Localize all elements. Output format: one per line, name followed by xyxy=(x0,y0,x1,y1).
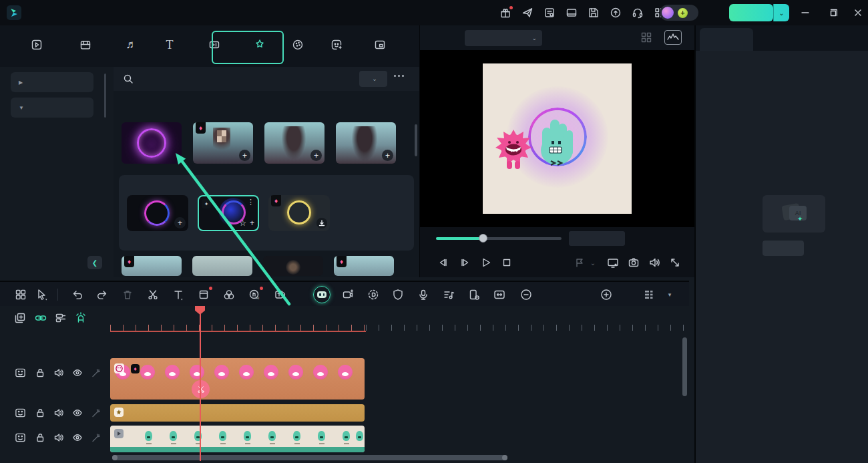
multi-view-icon[interactable] xyxy=(640,31,652,43)
account-pill[interactable]: + xyxy=(660,5,698,21)
ai-copilot-button[interactable] xyxy=(313,286,331,303)
effect-card-interwoven[interactable]: + xyxy=(264,122,324,167)
effects-scrollbar[interactable] xyxy=(415,124,417,156)
marker-chevron-icon[interactable]: ⌄ xyxy=(586,255,600,270)
shield-protect-icon[interactable] xyxy=(391,288,405,301)
tab-effects[interactable] xyxy=(243,37,276,55)
effect-card-partial[interactable] xyxy=(192,256,252,276)
more-options-icon[interactable] xyxy=(394,75,404,77)
playhead-line[interactable] xyxy=(200,306,201,461)
track-height-chevron-icon[interactable]: ▾ xyxy=(662,288,677,301)
mark-out-icon[interactable] xyxy=(550,255,564,270)
audio-stretch-icon[interactable] xyxy=(441,288,456,301)
fullscreen-button[interactable] xyxy=(668,255,682,270)
tab-project-info[interactable] xyxy=(700,28,753,51)
track-wand-icon[interactable] xyxy=(89,367,103,378)
video-scope-icon[interactable] xyxy=(664,30,682,45)
user-avatar[interactable] xyxy=(662,7,674,19)
maximize-button[interactable] xyxy=(825,5,840,20)
save-icon[interactable] xyxy=(586,5,601,20)
hide-track-eye-icon[interactable] xyxy=(71,408,84,418)
export-button[interactable] xyxy=(729,4,773,21)
effect-card-bass-drops-1[interactable]: ✦ ⋮ ☆+ xyxy=(198,195,259,235)
send-icon[interactable] xyxy=(520,5,535,20)
redo-icon[interactable] xyxy=(95,288,110,301)
crop-tool-icon[interactable] xyxy=(196,288,211,301)
effect-card-classical-mosaic[interactable]: ♦ + xyxy=(193,122,253,167)
lock-icon[interactable] xyxy=(33,432,47,443)
tab-filters[interactable] xyxy=(282,37,314,55)
record-voiceover-icon[interactable] xyxy=(416,288,431,301)
timeline-horizontal-scrollbar[interactable] xyxy=(112,455,507,460)
tab-audio[interactable]: ♬ xyxy=(115,37,148,55)
undo-icon[interactable] xyxy=(70,288,85,301)
track-wand-icon[interactable] xyxy=(89,432,103,443)
tab-titles[interactable]: T xyxy=(154,37,186,55)
quality-dropdown[interactable]: ⌄ xyxy=(465,30,542,46)
add-effect-button[interactable]: + xyxy=(239,150,250,161)
sidebar-group-mine[interactable]: ▶ xyxy=(11,72,93,92)
display-output-button[interactable] xyxy=(606,255,620,270)
zoom-in-icon[interactable] xyxy=(599,288,614,301)
headset-support-icon[interactable] xyxy=(630,5,645,20)
fit-timeline-icon[interactable] xyxy=(492,288,507,301)
select-tool-icon[interactable] xyxy=(35,288,49,301)
volume-button[interactable] xyxy=(647,255,662,270)
media-browser-icon[interactable] xyxy=(13,288,28,301)
effect-card-iridescent-circle[interactable] xyxy=(122,122,182,167)
link-clips-icon[interactable] xyxy=(34,311,47,325)
hide-track-eye-icon[interactable] xyxy=(71,367,84,378)
task-list-icon[interactable] xyxy=(542,5,557,20)
clip-video-main[interactable] xyxy=(110,426,365,452)
export-dropdown-chevron-icon[interactable]: ⌄ xyxy=(773,4,789,21)
effects-filter-dropdown[interactable]: ⌄ xyxy=(359,71,387,87)
sidebar-scrollbar[interactable] xyxy=(104,73,106,118)
edit-thumbnail-button[interactable] xyxy=(763,241,804,256)
zoom-out-icon[interactable] xyxy=(519,288,533,301)
close-button[interactable] xyxy=(851,5,865,20)
current-timecode[interactable] xyxy=(569,231,625,246)
hide-track-eye-icon[interactable] xyxy=(71,432,84,443)
effect-card-background-mosaic[interactable]: + xyxy=(336,122,396,167)
tab-templates[interactable] xyxy=(359,37,401,55)
add-effect-button[interactable]: + xyxy=(250,218,254,228)
mute-speaker-icon[interactable] xyxy=(52,432,65,443)
split-scissors-icon[interactable] xyxy=(146,288,160,301)
speed-ramping-icon[interactable] xyxy=(366,288,381,301)
snapshot-button[interactable] xyxy=(626,255,641,270)
clip-iridescent-circle-1[interactable] xyxy=(110,404,365,422)
color-grading-icon[interactable] xyxy=(222,288,236,301)
previous-frame-button[interactable] xyxy=(436,255,451,270)
lock-icon[interactable] xyxy=(33,408,47,418)
text-to-sticker-icon[interactable] xyxy=(272,288,287,301)
mute-speaker-icon[interactable] xyxy=(52,367,65,378)
effect-card-partial[interactable]: ♦ xyxy=(334,256,394,276)
kebab-menu-icon[interactable]: ⋮ xyxy=(247,198,254,206)
add-video-icon[interactable] xyxy=(341,288,355,301)
cloud-backup-icon[interactable] xyxy=(608,5,623,20)
ai-audio-icon[interactable]: AI xyxy=(247,288,262,301)
sidebar-collapse-button[interactable]: ❮ xyxy=(87,256,102,269)
track-height-icon[interactable] xyxy=(642,288,657,301)
mirror-to-phone-icon[interactable] xyxy=(467,288,481,301)
effects-search-input[interactable] xyxy=(139,74,333,84)
download-icon[interactable] xyxy=(316,218,327,228)
timeline-vertical-scrollbar[interactable] xyxy=(682,337,687,396)
stop-button[interactable] xyxy=(499,255,514,270)
thumbnail-preview-box[interactable]: AI ✦ xyxy=(763,195,825,233)
mute-speaker-icon[interactable] xyxy=(52,408,65,418)
tab-media[interactable] xyxy=(17,37,56,55)
player-seek-bar[interactable] xyxy=(436,237,562,240)
clip-monster[interactable]: ♦ xyxy=(110,358,365,400)
add-effect-button[interactable]: + xyxy=(310,150,322,161)
tab-stock-media[interactable] xyxy=(61,37,110,55)
duplicate-clip-icon[interactable] xyxy=(13,311,27,325)
track-manager-icon[interactable] xyxy=(54,311,67,325)
play-button[interactable] xyxy=(479,255,493,270)
effect-card-partial[interactable]: ♦ xyxy=(122,256,182,276)
add-effect-button[interactable]: + xyxy=(382,150,393,161)
tab-stickers[interactable] xyxy=(319,37,354,55)
delete-icon[interactable] xyxy=(120,288,135,301)
seek-handle[interactable] xyxy=(479,234,487,243)
next-frame-button[interactable] xyxy=(457,255,472,270)
